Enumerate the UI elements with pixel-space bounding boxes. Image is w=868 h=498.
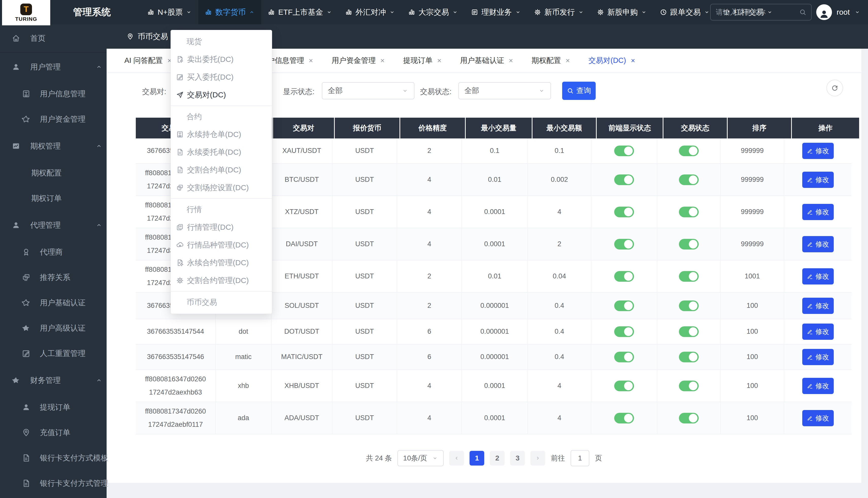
- trade-status-toggle[interactable]: [679, 174, 699, 185]
- pencil-icon: [807, 273, 813, 280]
- dropdown-item[interactable]: 行情品种管理(DC): [171, 236, 272, 254]
- display-status-toggle[interactable]: [614, 146, 634, 156]
- edit-button[interactable]: 修改: [802, 204, 834, 220]
- cell-pair-id: 367663535147544: [136, 319, 216, 344]
- display-status-select[interactable]: 全部: [322, 82, 414, 100]
- tab[interactable]: AI 问答配置: [124, 55, 172, 66]
- dropdown-item[interactable]: 行情管理(DC): [171, 218, 272, 236]
- app-logo[interactable]: T TURING: [2, 0, 50, 25]
- page-button[interactable]: 3: [510, 451, 525, 466]
- close-icon: [565, 58, 571, 63]
- trade-status-toggle[interactable]: [679, 413, 699, 423]
- sidebar-subitem[interactable]: 用户高级认证: [0, 315, 106, 341]
- dropdown-item[interactable]: 买入委托(DC): [171, 68, 272, 86]
- dropdown-item[interactable]: 交割合约单(DC): [171, 161, 272, 179]
- display-status-toggle[interactable]: [614, 352, 634, 362]
- edit-button[interactable]: 修改: [802, 298, 834, 314]
- trade-status-toggle[interactable]: [679, 207, 699, 217]
- query-button[interactable]: 查询: [562, 82, 596, 100]
- tab[interactable]: 期权配置: [532, 55, 571, 66]
- top-menu-item[interactable]: 跟单交易: [653, 0, 716, 24]
- switch-knob: [624, 301, 633, 310]
- display-status-toggle[interactable]: [614, 207, 634, 217]
- sidebar-subitem-label: 银行卡支付方式管理: [40, 478, 108, 489]
- display-status-toggle[interactable]: [614, 381, 634, 391]
- trade-status-select[interactable]: 全部: [458, 82, 551, 100]
- dropdown-item[interactable]: 交易对(DC): [171, 86, 272, 104]
- display-status-toggle[interactable]: [614, 239, 634, 249]
- display-status-toggle[interactable]: [614, 174, 634, 185]
- refresh-button[interactable]: [826, 80, 843, 96]
- gear-icon: [597, 8, 604, 16]
- edit-button[interactable]: 修改: [802, 236, 834, 252]
- sidebar-subitem[interactable]: 期权配置: [0, 160, 106, 186]
- edit-button[interactable]: 修改: [802, 268, 834, 285]
- sidebar-subitem[interactable]: 用户基础认证: [0, 290, 106, 315]
- trade-status-toggle[interactable]: [679, 300, 699, 311]
- trade-status-toggle[interactable]: [679, 352, 699, 362]
- display-status-toggle[interactable]: [614, 413, 634, 423]
- avatar[interactable]: [816, 4, 832, 20]
- prev-page-button[interactable]: [449, 451, 464, 466]
- tab[interactable]: 提现订单: [403, 55, 442, 66]
- tab[interactable]: 用户资金管理: [331, 55, 385, 66]
- next-page-button[interactable]: [531, 451, 545, 466]
- trade-status-toggle[interactable]: [679, 239, 699, 249]
- top-menu-item[interactable]: ETF上市基金: [261, 0, 339, 24]
- display-status-toggle[interactable]: [614, 271, 634, 282]
- trade-status-toggle[interactable]: [679, 146, 699, 156]
- display-status-toggle[interactable]: [614, 300, 634, 311]
- sidebar-subitem[interactable]: 银行卡支付方式模板: [0, 445, 106, 471]
- edit-button[interactable]: 修改: [802, 349, 834, 365]
- edit-button[interactable]: 修改: [802, 143, 834, 159]
- top-menu-item[interactable]: 新股申购: [590, 0, 653, 24]
- sidebar-item[interactable]: 期权管理: [0, 132, 106, 160]
- dropdown-item[interactable]: 交割场控设置(DC): [171, 179, 272, 197]
- edit-button[interactable]: 修改: [802, 378, 834, 394]
- cell-trade-status: [658, 319, 721, 344]
- sidebar-item[interactable]: 首页: [0, 24, 106, 53]
- top-menu-item[interactable]: 理财业务: [464, 0, 527, 24]
- display-status-toggle[interactable]: [614, 326, 634, 337]
- sidebar-subitem[interactable]: 用户资金管理: [0, 106, 106, 132]
- menu-search-input[interactable]: [715, 8, 796, 16]
- edit-button[interactable]: 修改: [802, 172, 834, 188]
- dropdown-item[interactable]: 卖出委托(DC): [171, 51, 272, 68]
- dropdown-item[interactable]: 永续合约管理(DC): [171, 254, 272, 272]
- top-menu-item[interactable]: 数字货币: [198, 0, 261, 24]
- top-menu-item[interactable]: 新币发行: [527, 0, 590, 24]
- chevron-down-icon[interactable]: [854, 9, 860, 15]
- sidebar-subitem[interactable]: 人工重置管理: [0, 341, 106, 366]
- dropdown-item[interactable]: 永续委托单(DC): [171, 143, 272, 161]
- goto-page-input[interactable]: [571, 450, 589, 466]
- tab[interactable]: 用户基础认证: [460, 55, 514, 66]
- top-menu-item[interactable]: N+股票: [141, 0, 198, 24]
- top-menu-item[interactable]: 大宗交易: [401, 0, 464, 24]
- dropdown-item[interactable]: 交割合约管理(DC): [171, 272, 272, 289]
- edit-button[interactable]: 修改: [802, 324, 834, 340]
- sidebar-item[interactable]: 财务管理: [0, 366, 106, 395]
- sidebar-item[interactable]: 代理管理: [0, 211, 106, 239]
- sidebar-subitem[interactable]: 银行卡支付方式管理: [0, 471, 106, 496]
- tab[interactable]: 交易对(DC): [588, 55, 636, 66]
- sidebar-subitem[interactable]: 充值订单: [0, 420, 106, 445]
- dropdown-item[interactable]: 永续持仓单(DC): [171, 126, 272, 143]
- sidebar-subitem[interactable]: 提现订单: [0, 395, 106, 420]
- page-button[interactable]: 1: [470, 451, 484, 466]
- username[interactable]: root: [837, 8, 850, 16]
- trade-status-toggle[interactable]: [679, 271, 699, 282]
- top-menu-item[interactable]: 外汇对冲: [339, 0, 401, 24]
- sidebar-subitem[interactable]: 用户信息管理: [0, 81, 106, 106]
- sidebar-subitem[interactable]: 期权订单: [0, 186, 106, 211]
- edit-button[interactable]: 修改: [802, 410, 834, 426]
- trade-status-toggle[interactable]: [679, 381, 699, 391]
- sidebar-subitem[interactable]: 代理商: [0, 239, 106, 265]
- menu-search[interactable]: [710, 4, 812, 21]
- sidebar-item[interactable]: 用户管理: [0, 53, 106, 81]
- edit-button-label: 修改: [816, 240, 829, 249]
- page-size-select[interactable]: 10条/页: [397, 450, 444, 466]
- trade-status-toggle[interactable]: [679, 326, 699, 337]
- sidebar-subitem[interactable]: 推荐关系: [0, 265, 106, 290]
- close-icon: [308, 58, 314, 63]
- page-button[interactable]: 2: [490, 451, 505, 466]
